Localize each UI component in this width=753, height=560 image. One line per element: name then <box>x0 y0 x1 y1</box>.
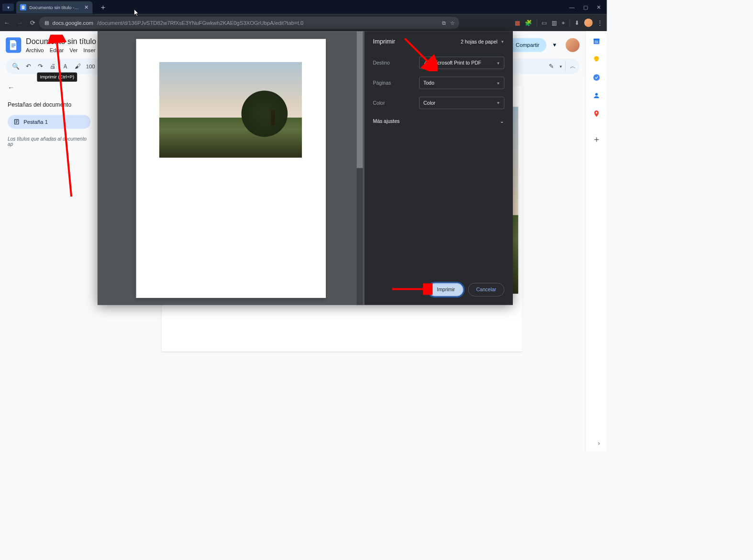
share-label: Compartir <box>516 42 540 48</box>
svg-text:31: 31 <box>595 40 598 44</box>
undo-icon[interactable]: ↶ <box>23 61 34 72</box>
document-title[interactable]: Documento sin título <box>26 37 96 46</box>
search-icon[interactable]: 🔍 <box>11 61 22 72</box>
print-settings-panel: Imprimir 2 hojas de papel ▼ Destino 🖨Mic… <box>365 31 513 305</box>
browser-urlbar: ← → ⟳ ▤ docs.google.com/document/d/136PJ… <box>0 14 607 31</box>
print-button[interactable]: Imprimir <box>428 283 463 296</box>
svg-point-15 <box>595 93 598 96</box>
color-label: Color <box>373 100 419 106</box>
cancel-button[interactable]: Cancelar <box>468 283 504 296</box>
color-select[interactable]: Color ▼ <box>419 97 504 109</box>
document-tabs-panel: ← Pestañas del documento Pestaña 1 Los t… <box>0 78 99 451</box>
print-preview-area[interactable] <box>98 31 365 305</box>
svg-rect-2 <box>22 7 24 7</box>
keep-icon[interactable] <box>592 55 601 64</box>
url-field[interactable]: ▤ docs.google.com/document/d/136PJvSTD82… <box>39 17 459 29</box>
chevron-down-icon: ▼ <box>496 101 500 105</box>
redo-icon[interactable]: ↷ <box>35 61 46 72</box>
url-site: docs.google.com <box>53 20 93 26</box>
spellcheck-icon[interactable]: Ａ <box>60 61 71 72</box>
nav-forward-icon: → <box>17 19 23 26</box>
chevron-down-icon: ▼ <box>496 61 500 65</box>
lens-icon[interactable]: ⌖ <box>562 19 565 26</box>
svg-rect-1 <box>22 6 24 7</box>
menu-insert[interactable]: Inser <box>83 47 95 53</box>
tab-search-dropdown[interactable]: ▾ <box>2 3 14 11</box>
pages-value: Todo <box>423 80 434 86</box>
tab-1-label: Pestaña 1 <box>23 119 48 125</box>
url-path: /document/d/136PJvSTD82w7RfXsE3YNuFGwkwh… <box>97 20 303 26</box>
side-rail: 31 ＋ <box>586 31 607 451</box>
window-maximize-icon[interactable]: ▢ <box>583 4 588 10</box>
share-dropdown[interactable]: ▾ <box>550 38 559 53</box>
preview-page-1 <box>136 39 326 298</box>
svg-rect-0 <box>22 6 24 9</box>
more-settings-toggle[interactable]: Más ajustes ⌄ <box>373 113 504 130</box>
contacts-icon[interactable] <box>592 91 601 100</box>
downloads-icon[interactable]: ⬇ <box>575 19 579 26</box>
sheet-count: 2 hojas de papel <box>461 39 498 44</box>
browser-titlebar: ▾ Documento sin título - Docume ✕ ＋ — ▢ … <box>0 0 607 14</box>
svg-rect-4 <box>11 44 16 44</box>
user-avatar[interactable] <box>565 38 579 52</box>
addons-plus-icon[interactable]: ＋ <box>592 135 601 144</box>
destination-label: Destino <box>373 60 419 66</box>
chevron-down-icon: ▼ <box>496 81 500 85</box>
docs-menu-bar: Archivo Editar Ver Inser <box>26 47 96 53</box>
mouse-cursor-icon <box>134 9 139 16</box>
print-icon[interactable]: 🖨 Imprimir (Ctrl+P) <box>47 61 58 72</box>
menu-file[interactable]: Archivo <box>26 47 44 53</box>
side-panel-toggle-icon[interactable]: › <box>598 440 600 447</box>
more-settings-label: Más ajustes <box>373 118 399 124</box>
panel-back-icon[interactable]: ← <box>8 84 15 92</box>
new-tab-button[interactable]: ＋ <box>100 2 107 11</box>
print-dialog: Imprimir 2 hojas de papel ▼ Destino 🖨Mic… <box>98 31 513 305</box>
site-settings-icon[interactable]: ▤ <box>44 20 49 25</box>
menu-view[interactable]: Ver <box>69 47 78 53</box>
browser-profile-avatar[interactable] <box>584 19 593 27</box>
window-minimize-icon[interactable]: — <box>569 4 575 10</box>
chevron-down-icon: ⌄ <box>500 118 504 124</box>
paint-format-icon[interactable]: 🖌 <box>72 61 83 72</box>
reader-icon[interactable]: ▥ <box>552 19 557 26</box>
printer-icon: 🖨 <box>423 60 428 66</box>
edit-mode-dropdown[interactable]: ▾ <box>560 64 562 68</box>
extensions-puzzle-icon[interactable]: 🧩 <box>525 19 532 26</box>
panel-help-text: Los títulos que añadas al documento ap <box>8 136 90 147</box>
preview-scrollbar[interactable] <box>357 31 363 305</box>
svg-rect-6 <box>11 46 14 47</box>
extension-todoist-icon[interactable]: ▦ <box>515 19 520 26</box>
open-new-icon[interactable]: ⧉ <box>442 20 446 26</box>
tab-close-icon[interactable]: ✕ <box>84 4 89 10</box>
browser-tab-current[interactable]: Documento sin título - Docume ✕ <box>16 1 93 13</box>
browser-tab-title: Documento sin título - Docume <box>29 4 79 10</box>
panel-heading: Pestañas del documento <box>8 101 90 108</box>
svg-rect-3 <box>22 8 23 8</box>
maps-icon[interactable] <box>592 110 601 118</box>
reading-list-icon[interactable]: ▭ <box>542 19 547 26</box>
bookmark-star-icon[interactable]: ☆ <box>450 20 455 26</box>
browser-menu-icon[interactable]: ⋮ <box>597 19 603 26</box>
docs-logo-icon[interactable] <box>6 37 21 53</box>
document-tab-1[interactable]: Pestaña 1 <box>8 115 90 129</box>
color-value: Color <box>423 100 435 106</box>
nav-back-icon[interactable]: ← <box>4 19 10 26</box>
window-close-icon[interactable]: ✕ <box>597 4 601 10</box>
pages-select[interactable]: Todo ▼ <box>419 77 504 89</box>
zoom-value[interactable]: 100 <box>85 63 97 69</box>
pages-label: Páginas <box>373 80 419 86</box>
svg-rect-5 <box>11 45 16 45</box>
print-title: Imprimir <box>373 38 395 45</box>
docs-favicon-icon <box>20 4 26 10</box>
menu-edit[interactable]: Editar <box>50 47 64 53</box>
collapse-toolbar-icon[interactable]: ︿ <box>565 61 576 72</box>
destination-select[interactable]: 🖨Microsoft Print to PDF ▼ <box>419 56 504 69</box>
sheet-dropdown-icon[interactable]: ▼ <box>500 40 504 44</box>
tasks-icon[interactable] <box>592 73 601 82</box>
destination-value: Microsoft Print to PDF <box>432 60 481 66</box>
edit-mode-icon[interactable]: ✎ <box>545 61 556 72</box>
scrollbar-thumb[interactable] <box>357 31 363 168</box>
calendar-icon[interactable]: 31 <box>592 37 601 45</box>
nav-reload-icon[interactable]: ⟳ <box>30 19 35 26</box>
svg-point-14 <box>593 74 599 80</box>
